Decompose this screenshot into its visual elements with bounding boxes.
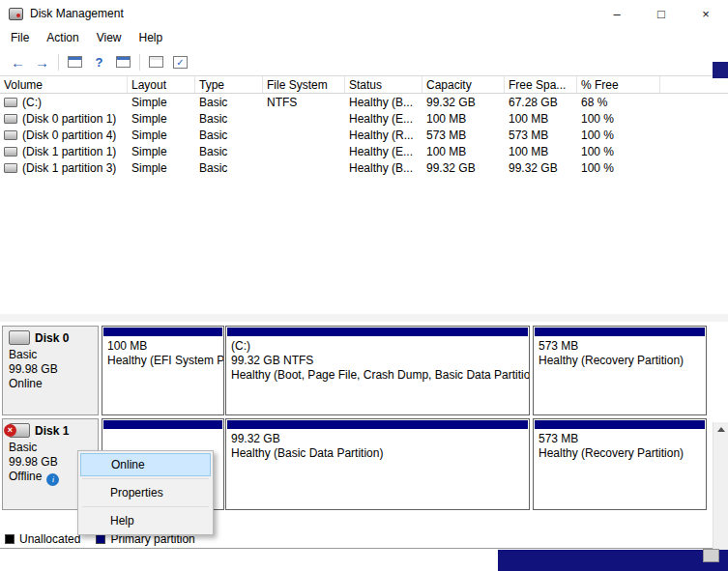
back-button[interactable]: ← xyxy=(6,50,30,73)
volume-layout: Simple xyxy=(128,161,195,175)
menu-action[interactable]: Action xyxy=(38,28,87,47)
unallocated-color-swatch xyxy=(5,534,15,544)
titlebar: Disk Management – □ × xyxy=(0,0,728,27)
volume-row-disk0-part1[interactable]: (Disk 0 partition 1) Simple Basic Health… xyxy=(0,110,728,127)
volume-name: (Disk 1 partition 1) xyxy=(22,145,116,158)
partition-size: 100 MB xyxy=(107,339,218,354)
volume-name: (Disk 0 partition 4) xyxy=(22,128,116,142)
disk0-partition-efi[interactable]: 100 MB Healthy (EFI System Partition) xyxy=(102,326,224,415)
volume-row-disk1-part1[interactable]: (Disk 1 partition 1) Simple Basic Health… xyxy=(0,143,728,159)
volume-name: (Disk 0 partition 1) xyxy=(22,112,116,126)
menu-help[interactable]: Help xyxy=(131,28,172,47)
column-header-free-space[interactable]: Free Spa... xyxy=(505,76,577,93)
volume-type: Basic xyxy=(195,161,263,175)
volume-layout: Simple xyxy=(128,145,195,158)
minimize-button[interactable]: – xyxy=(595,0,639,27)
disk0-label[interactable]: Disk 0 Basic 99.98 GB Online xyxy=(2,326,99,415)
volume-icon xyxy=(4,147,17,157)
volume-type: Basic xyxy=(195,128,263,142)
volume-status: Healthy (R... xyxy=(345,128,422,142)
properties-window-button[interactable] xyxy=(111,50,135,73)
volume-capacity: 100 MB xyxy=(422,112,505,126)
console-window-button[interactable] xyxy=(63,50,87,73)
disk-icon: × xyxy=(9,423,30,438)
column-header-file-system[interactable]: File System xyxy=(263,76,345,93)
context-menu-separator xyxy=(82,478,209,479)
background-bottom-area xyxy=(0,550,498,571)
partition-size: 573 MB xyxy=(539,432,701,446)
partition-title: (C:) xyxy=(231,339,524,354)
disk-name: Disk 0 xyxy=(35,331,69,345)
column-header-pct-free[interactable]: % Free xyxy=(577,76,660,93)
volume-row-c[interactable]: (C:) Simple Basic NTFS Healthy (B... 99.… xyxy=(0,94,728,110)
action-pane-icon: ✓ xyxy=(173,56,188,69)
volume-pct-free: 68 % xyxy=(577,96,660,109)
maximize-button[interactable]: □ xyxy=(639,0,684,27)
volume-icon xyxy=(4,163,17,173)
disk-size: 99.98 GB xyxy=(9,362,92,377)
volume-type: Basic xyxy=(195,145,263,158)
disk1-partition-recovery[interactable]: 573 MB Healthy (Recovery Partition) xyxy=(533,418,707,510)
volume-status: Healthy (B... xyxy=(345,161,422,175)
volume-layout: Simple xyxy=(128,128,195,142)
volume-capacity: 99.32 GB xyxy=(422,96,505,109)
close-button[interactable]: × xyxy=(684,0,728,27)
volume-name: (C:) xyxy=(22,96,42,109)
volume-free-space: 573 MB xyxy=(505,128,577,142)
back-icon: ← xyxy=(11,55,25,70)
volume-type: Basic xyxy=(195,96,263,109)
volume-row-disk1-part3[interactable]: (Disk 1 partition 3) Simple Basic Health… xyxy=(0,159,728,176)
column-header-type[interactable]: Type xyxy=(195,76,263,93)
menu-file[interactable]: File xyxy=(2,28,38,47)
background-window-strip xyxy=(498,550,728,571)
dialog-icon xyxy=(149,56,163,68)
context-menu-properties[interactable]: Properties xyxy=(80,481,211,504)
toolbar-separator-2 xyxy=(139,54,140,71)
column-header-capacity[interactable]: Capacity xyxy=(422,76,505,93)
background-window-fragment xyxy=(713,62,728,78)
column-header-volume[interactable]: Volume xyxy=(0,76,128,93)
volume-free-space: 67.28 GB xyxy=(505,96,577,109)
menu-view[interactable]: View xyxy=(88,28,131,47)
partition-size: 573 MB xyxy=(539,339,701,354)
disk-info-icon[interactable]: i xyxy=(46,473,59,486)
legend-unallocated: Unallocated xyxy=(5,532,80,546)
disk1-partition-data[interactable]: 99.32 GB Healthy (Basic Data Partition) xyxy=(225,418,530,510)
toolbar-separator xyxy=(58,54,59,71)
volume-capacity: 99.32 GB xyxy=(422,161,505,175)
forward-button[interactable]: → xyxy=(30,50,54,73)
context-menu: Online Properties Help xyxy=(77,450,214,535)
partition-color-band xyxy=(535,420,705,429)
volume-status: Healthy (E... xyxy=(345,112,422,126)
column-header-layout[interactable]: Layout xyxy=(128,76,195,93)
action-pane-button[interactable]: ✓ xyxy=(168,50,192,73)
volume-pct-free: 100 % xyxy=(577,128,660,142)
window-controls: – □ × xyxy=(595,0,728,27)
disk0-partition-c[interactable]: (C:) 99.32 GB NTFS Healthy (Boot, Page F… xyxy=(225,326,530,415)
volume-table-header: Volume Layout Type File System Status Ca… xyxy=(0,76,728,94)
disk-icon xyxy=(9,330,30,345)
toolbar: ← → ? ✓ xyxy=(0,48,728,76)
context-menu-online[interactable]: Online xyxy=(80,453,211,476)
legend-label: Unallocated xyxy=(19,532,80,546)
vertical-scrollbar[interactable] xyxy=(713,422,728,550)
column-header-filler xyxy=(660,76,728,93)
partition-size: 99.32 GB NTFS xyxy=(231,354,524,368)
volume-icon xyxy=(4,130,17,140)
context-menu-help[interactable]: Help xyxy=(80,509,211,532)
volume-status: Healthy (E... xyxy=(345,145,422,158)
column-header-status[interactable]: Status xyxy=(345,76,422,93)
partition-color-band xyxy=(103,328,222,336)
partition-size: 99.32 GB xyxy=(231,432,524,446)
scroll-up-button[interactable] xyxy=(713,422,728,437)
dialog-button[interactable] xyxy=(144,50,168,73)
partition-color-band xyxy=(535,328,705,336)
volume-row-disk0-part4[interactable]: (Disk 0 partition 4) Simple Basic Health… xyxy=(0,127,728,143)
disk-management-window: Disk Management – □ × File Action View H… xyxy=(0,0,728,571)
pane-splitter[interactable] xyxy=(0,314,728,322)
partition-status: Healthy (EFI System Partition) xyxy=(107,354,218,368)
help-button[interactable]: ? xyxy=(87,50,111,73)
disk0-partition-recovery[interactable]: 573 MB Healthy (Recovery Partition) xyxy=(533,326,707,415)
volume-layout: Simple xyxy=(128,112,195,126)
volume-status: Healthy (B... xyxy=(345,96,422,109)
